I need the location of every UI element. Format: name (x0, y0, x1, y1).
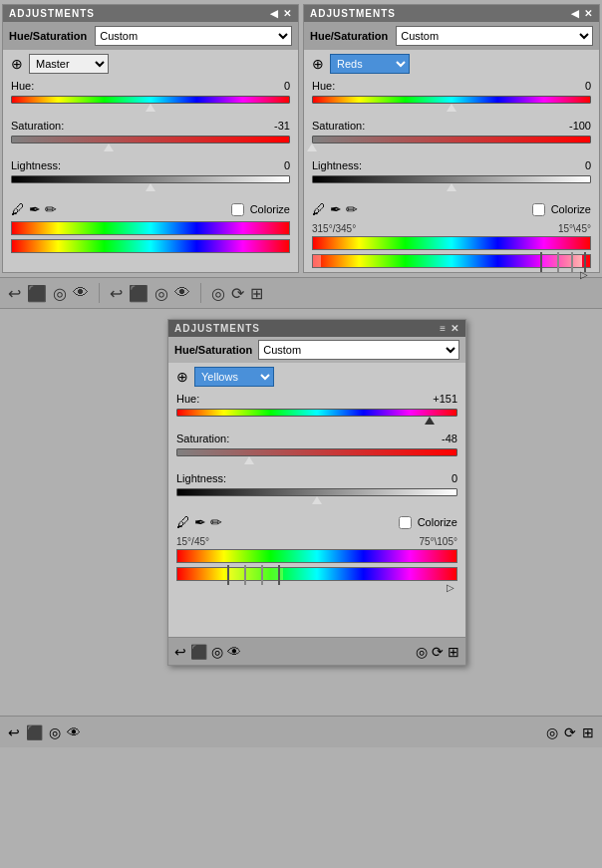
panel2-colorize-label: Colorize (551, 203, 591, 215)
panel2-spectrum1 (312, 236, 591, 250)
panel3-close-icon[interactable]: ✕ (451, 323, 459, 334)
panel3-light-value: 0 (423, 472, 457, 484)
panel1-expand-icon[interactable]: ◀ (270, 8, 279, 19)
panel1-sat-label-row: Saturation: -31 (11, 120, 290, 132)
panel2-expand-icon[interactable]: ◀ (571, 8, 580, 19)
toolbar-middle: ↩ ⬛ ◎ 👁 ↩ ⬛ ◎ 👁 ◎ ⟳ ⊞ (0, 277, 602, 309)
panel3-light-section: Lightness: 0 (168, 470, 465, 510)
panel3-channel-select[interactable]: Yellows (194, 367, 274, 387)
panel3-hue-thumb[interactable] (425, 417, 435, 425)
btb-undo-icon[interactable]: ↩ (8, 724, 20, 740)
panel2-hue-track[interactable] (312, 96, 591, 104)
toolbar-refresh-icon[interactable]: ⟳ (231, 284, 244, 303)
panel2-adjustment-title: Hue/Saturation Custom (304, 22, 599, 50)
toolbar-new-layer-icon[interactable]: ⬛ (27, 284, 47, 303)
btb-layer-icon[interactable]: ⬛ (26, 724, 43, 740)
panel1-hue-label-row: Hue: 0 (11, 80, 290, 92)
toolbar-divider2 (200, 283, 201, 303)
panel3-tb-grid-icon[interactable]: ⊞ (448, 644, 459, 660)
panel2-light-track[interactable] (312, 175, 591, 183)
panel2-header-btns: ◀ ✕ (571, 8, 593, 19)
panel3-header: ADJUSTMENTS ≡ ✕ (168, 320, 465, 337)
panel3-tb-eye-icon[interactable]: 👁 (227, 644, 241, 660)
panel3-adj-label: Hue/Saturation (174, 344, 252, 356)
toolbar-circle3-icon[interactable]: ◎ (211, 284, 225, 303)
panel2-sat-label: Saturation: (312, 120, 365, 132)
panel3-light-thumb[interactable] (312, 496, 322, 504)
panel1-sat-thumb[interactable] (104, 144, 114, 151)
panel2-hue-thumb[interactable] (447, 104, 456, 112)
btb-grid-icon[interactable]: ⊞ (582, 724, 594, 740)
panel1-close-icon[interactable]: ✕ (283, 8, 292, 19)
panel1-light-thumb[interactable] (146, 183, 155, 191)
panel3-tb-circle-icon[interactable]: ◎ (211, 644, 223, 660)
panel3-colorize-checkbox[interactable] (399, 516, 412, 529)
btb-circle-icon[interactable]: ◎ (49, 724, 61, 740)
bottom-toolbar: ↩ ⬛ ◎ 👁 ◎ ⟳ ⊞ (0, 716, 602, 747)
panel1-sat-track[interactable] (11, 136, 290, 144)
panel3-spectrum1 (176, 549, 457, 563)
panel3-eyedropper3-icon[interactable]: ✏ (210, 514, 222, 530)
panel2-eyedropper-tools: 🖊 ✒ ✏ (312, 201, 358, 217)
panel2-preset-select[interactable]: Custom (396, 26, 593, 46)
panel1-eyedropper2-icon[interactable]: ✒ (29, 201, 41, 217)
toolbar-eye-icon[interactable]: 👁 (73, 284, 89, 302)
panel1-hue-thumb[interactable] (146, 104, 155, 112)
toolbar-eye2-icon[interactable]: 👁 (174, 284, 190, 302)
panel3-menu-icon[interactable]: ≡ (440, 323, 447, 334)
panel2-light-thumb[interactable] (447, 183, 456, 191)
toolbar-square-icon[interactable]: ⬛ (129, 284, 149, 303)
panel1-colorize-checkbox[interactable] (231, 203, 244, 216)
panel2-colorize-checkbox[interactable] (532, 203, 545, 216)
panel1-hue-track[interactable] (11, 96, 290, 104)
panel3-light-track[interactable] (176, 488, 457, 496)
panel3-preset-select[interactable]: Custom (258, 340, 459, 360)
btb-refresh-icon[interactable]: ⟳ (564, 724, 576, 740)
panel2-sat-thumb[interactable] (307, 144, 317, 151)
panel2-eyedropper2-icon[interactable]: ✒ (330, 201, 342, 217)
panel3-marker3 (261, 565, 263, 585)
panel2-close-icon[interactable]: ✕ (584, 8, 593, 19)
panel1-preset-select[interactable]: Custom (95, 26, 292, 46)
toolbar-circle-icon[interactable]: ◎ (53, 284, 67, 303)
panel1-eyedropper3-icon[interactable]: ✏ (45, 201, 57, 217)
panel3-yellow-highlight (227, 568, 283, 580)
panel3-sat-value: -48 (423, 433, 457, 444)
panel3-marker2 (244, 565, 246, 585)
panel2-eyedropper3-icon[interactable]: ✏ (346, 201, 358, 217)
panel3-tb-undo-icon[interactable]: ↩ (174, 644, 186, 660)
panel1-light-track[interactable] (11, 175, 290, 183)
toolbar-undo-icon[interactable]: ↩ (8, 284, 21, 303)
panel2-channel-row: ⊕ Reds (304, 50, 599, 78)
panel1-channel-select[interactable]: Master (29, 54, 109, 74)
panel2-marker2 (557, 252, 559, 272)
panel2-hue-section: Hue: 0 (304, 78, 599, 118)
toolbar-grid-icon[interactable]: ⊞ (250, 284, 263, 303)
panel3-sat-thumb[interactable] (244, 456, 254, 464)
panel1-sat-value: -31 (255, 120, 290, 132)
panel3-eyedropper1-icon[interactable]: 🖊 (176, 514, 190, 530)
toolbar-undo2-icon[interactable]: ↩ (110, 284, 123, 303)
panel3-adjustment-title: Hue/Saturation Custom (168, 337, 465, 363)
panel3-tb-circle2-icon[interactable]: ◎ (416, 644, 428, 660)
panel1-eyedropper1-icon[interactable]: 🖊 (11, 201, 25, 217)
toolbar-circle2-icon[interactable]: ◎ (154, 284, 168, 303)
panel2-title: ADJUSTMENTS (310, 8, 396, 19)
panel3-tb-refresh-icon[interactable]: ⟳ (432, 644, 444, 660)
panel3-tb-layer-icon[interactable]: ⬛ (190, 644, 207, 660)
btb-eye-icon[interactable]: 👁 (67, 724, 81, 740)
panel3-sat-track[interactable] (176, 448, 457, 456)
panel2-eyedropper1-icon[interactable]: 🖊 (312, 201, 326, 217)
panel3-hue-track[interactable] (176, 409, 457, 417)
panel3-hue-label-row: Hue: +151 (176, 393, 457, 405)
panel3-eyedropper2-icon[interactable]: ✒ (194, 514, 206, 530)
panel1-hue-label: Hue: (11, 80, 34, 92)
panel2-channel-select[interactable]: Reds (330, 54, 410, 74)
panel3-arrow: ▷ (447, 582, 454, 593)
panel2-sat-track[interactable] (312, 136, 591, 144)
btb-circle2-icon[interactable]: ◎ (546, 724, 558, 740)
panel3-hue-track-container (176, 409, 457, 425)
panel2-sat-value: -100 (556, 120, 591, 132)
panel1-hue-value: 0 (255, 80, 290, 92)
panel2-range-row: 315°/345° 15°\45° (304, 221, 599, 236)
